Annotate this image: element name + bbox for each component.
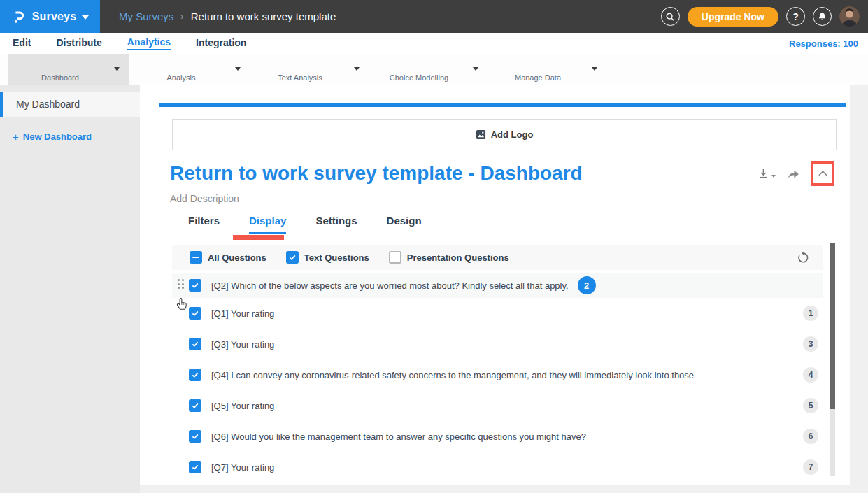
chevron-down-icon[interactable] — [354, 67, 360, 71]
question-text: [Q4] I can convey any coronavirus-relate… — [211, 370, 694, 380]
question-filter-bar: All Questions Text Questions Presentatio… — [172, 245, 823, 270]
questionpro-logo-icon — [11, 8, 27, 25]
question-checkbox[interactable] — [189, 369, 201, 381]
reset-icon — [796, 250, 811, 265]
question-checkbox[interactable] — [189, 338, 201, 350]
question-checkbox[interactable] — [189, 307, 201, 320]
new-dashboard-button[interactable]: + New Dashboard — [13, 131, 140, 143]
chevron-down-icon[interactable] — [473, 67, 478, 71]
question-row[interactable]: [Q6] Would you like the management team … — [172, 424, 823, 449]
app-header: Surveys My Surveys › Return to work surv… — [0, 0, 868, 33]
question-row[interactable]: [Q3] Your rating 3 — [172, 331, 823, 357]
question-row[interactable]: [Q4] I can convey any coronavirus-relate… — [172, 362, 823, 387]
chevron-down-icon[interactable] — [235, 67, 241, 71]
dashboard-sidebar: My Dashboard + New Dashboard — [0, 85, 140, 493]
question-order-badge: 4 — [803, 367, 818, 383]
search-icon — [665, 12, 675, 22]
question-order-badge: 5 — [803, 398, 818, 413]
nav-analytics[interactable]: Analytics — [127, 36, 171, 50]
download-button[interactable] — [757, 167, 776, 180]
tab-filters[interactable]: Filters — [188, 215, 220, 234]
toolbar-choice-modelling[interactable]: Choice Modelling — [367, 54, 488, 85]
dashboard-title: Return to work survey template - Dashboa… — [170, 162, 583, 185]
question-row[interactable]: [Q5] Your rating 5 — [172, 393, 823, 418]
annotation-highlight-display-tab — [233, 235, 284, 240]
bell-icon — [818, 12, 827, 22]
scatter-chart-icon — [408, 56, 429, 73]
question-text: [Q2] Which of the below aspects are you … — [211, 280, 569, 291]
notifications-button[interactable] — [813, 7, 832, 26]
share-button[interactable] — [785, 165, 802, 182]
filter-text-questions[interactable]: Text Questions — [286, 251, 369, 264]
toolbar-manage-data-label: Manage Data — [515, 73, 561, 82]
breadcrumb-separator: › — [180, 11, 183, 22]
question-row[interactable]: [Q7] Your rating 7 — [172, 455, 823, 480]
toolbar-text-analysis-label: Text Analysis — [278, 73, 322, 82]
tab-settings[interactable]: Settings — [315, 215, 357, 234]
checkbox-indeterminate-icon[interactable] — [190, 251, 202, 264]
nav-edit[interactable]: Edit — [13, 37, 31, 50]
collapse-header-button[interactable] — [811, 161, 834, 186]
dashboard-panel: Add Logo Return to work survey template … — [140, 85, 850, 485]
question-checkbox[interactable] — [189, 399, 201, 412]
breadcrumb-my-surveys[interactable]: My Surveys — [119, 10, 173, 22]
nav-integration[interactable]: Integration — [196, 37, 246, 50]
question-text: [Q1] Your rating — [211, 308, 274, 319]
question-row[interactable]: [Q2] Which of the below aspects are you … — [172, 273, 823, 298]
text-grid-icon — [290, 56, 311, 73]
dashboard-accent-bar — [159, 103, 846, 107]
chevron-up-icon — [818, 170, 828, 177]
add-description-field[interactable]: Add Description — [170, 193, 239, 204]
add-logo-label: Add Logo — [491, 129, 534, 140]
toolbar-analysis-label: Analysis — [167, 73, 196, 82]
survey-nav: Edit Distribute Analytics Integration Re… — [0, 33, 868, 54]
reset-order-button[interactable] — [796, 250, 811, 265]
tab-display[interactable]: Display — [249, 215, 286, 234]
image-icon — [476, 129, 486, 140]
help-button[interactable]: ? — [786, 7, 805, 26]
avatar-photo — [839, 6, 860, 27]
filter-all-questions[interactable]: All Questions — [190, 251, 266, 264]
chevron-down-icon[interactable] — [114, 67, 120, 71]
question-checkbox[interactable] — [189, 430, 201, 443]
chevron-down-icon[interactable] — [592, 67, 597, 71]
share-icon — [786, 167, 801, 180]
filter-presentation-questions[interactable]: Presentation Questions — [389, 251, 509, 264]
database-icon — [527, 56, 548, 73]
new-dashboard-label: New Dashboard — [23, 131, 92, 142]
toolbar-dashboard-label: Dashboard — [41, 73, 79, 82]
question-row[interactable]: [Q1] Your rating 1 — [172, 301, 823, 326]
chevron-down-icon — [82, 15, 89, 20]
tab-design[interactable]: Design — [387, 215, 422, 234]
toolbar-dashboard[interactable]: Dashboard — [8, 54, 129, 85]
toolbar-manage-data[interactable]: Manage Data — [486, 54, 607, 85]
search-button[interactable] — [661, 7, 680, 26]
product-switcher[interactable]: Surveys — [0, 0, 100, 33]
toolbar-analysis[interactable]: Analysis — [129, 54, 250, 85]
breadcrumb-current: Return to work survey template — [191, 10, 336, 22]
sidebar-item-my-dashboard[interactable]: My Dashboard — [0, 92, 140, 117]
chevron-down-icon — [771, 175, 776, 178]
toolbar-text-analysis[interactable]: Text Analysis — [248, 54, 369, 85]
toolbar-choice-modelling-label: Choice Modelling — [390, 73, 448, 82]
question-checkbox[interactable] — [189, 461, 201, 473]
upgrade-now-button[interactable]: Upgrade Now — [688, 7, 778, 27]
analysis-chart-icon — [171, 56, 192, 73]
user-avatar[interactable] — [839, 6, 860, 27]
responses-count[interactable]: Responses: 100 — [789, 33, 858, 54]
plus-icon: + — [13, 131, 19, 143]
analytics-toolbar: Dashboard Analysis Text Analysis — [0, 54, 868, 85]
scrollbar-track[interactable] — [830, 243, 835, 476]
question-text: [Q6] Would you like the management team … — [211, 431, 586, 442]
question-order-badge: 7 — [803, 459, 818, 475]
question-order-badge: 2 — [578, 276, 596, 294]
checkbox-checked-icon[interactable] — [286, 251, 299, 264]
nav-distribute[interactable]: Distribute — [56, 37, 101, 50]
add-logo-dropzone[interactable]: Add Logo — [172, 119, 837, 150]
scrollbar-thumb[interactable] — [830, 243, 835, 409]
question-checkbox[interactable] — [189, 279, 201, 292]
drag-handle-icon[interactable] — [178, 279, 185, 292]
breadcrumb: My Surveys › Return to work survey templ… — [119, 0, 336, 33]
checkbox-unchecked-icon[interactable] — [389, 251, 401, 264]
download-icon — [757, 167, 770, 180]
